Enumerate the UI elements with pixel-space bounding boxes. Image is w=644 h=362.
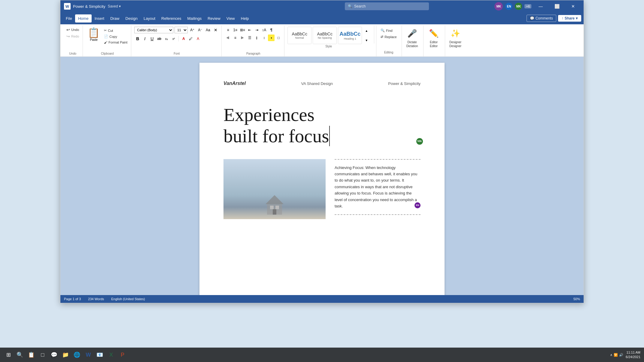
designer-button[interactable]: ✨ Designer Designer	[449, 27, 462, 48]
search-taskbar-button[interactable]: 🔍	[15, 350, 25, 360]
replace-button[interactable]: ⇄ Replace	[379, 34, 398, 39]
clock[interactable]: 11:11 AM 6/24/2021	[626, 350, 640, 360]
multilevel-button[interactable]: ⊞≡	[239, 27, 246, 33]
menu-file[interactable]: File	[63, 14, 75, 23]
redo-button[interactable]: ↪ Redo	[65, 33, 80, 39]
font-group-label: Font	[174, 51, 180, 56]
explorer-button[interactable]: 📁	[61, 350, 70, 360]
align-left-button[interactable]: ⫷	[225, 35, 231, 41]
paste-button[interactable]: 📋 Paste	[86, 27, 102, 43]
close-button[interactable]: ✕	[566, 0, 580, 12]
chevron-up-icon[interactable]: ∧	[610, 353, 612, 357]
menu-layout[interactable]: Layout	[141, 14, 158, 23]
document-area[interactable]: VanArstel VA Shared Design Power & Simpl…	[60, 57, 584, 295]
style-normal[interactable]: AaBbCc Normal	[287, 27, 311, 44]
menu-design[interactable]: Design	[123, 14, 141, 23]
menu-help[interactable]: Help	[238, 14, 252, 23]
menu-review[interactable]: Review	[205, 14, 223, 23]
style-scroll-up[interactable]: ▲	[363, 27, 370, 34]
undo-button[interactable]: ↩ Undo	[65, 27, 80, 33]
underline-button[interactable]: U	[149, 35, 155, 42]
doc-logo: VanArstel	[223, 81, 246, 86]
increase-font-button[interactable]: A⁺	[189, 27, 196, 33]
widgets-button[interactable]: □	[38, 350, 47, 360]
ribbon-group-editor: ✏️ Editor Editor	[423, 26, 444, 56]
cursor-user-indicator: MK	[416, 138, 423, 145]
strikethrough-button[interactable]: ab	[156, 35, 163, 42]
share-button[interactable]: ↑ Share ▾	[558, 15, 581, 22]
maximize-button[interactable]: ⬜	[550, 0, 564, 12]
bullets-button[interactable]: ≡	[225, 27, 231, 33]
cut-button[interactable]: ✂ Cut	[103, 28, 129, 33]
dictate-button[interactable]: 🎤 Dictate Dictation	[406, 27, 419, 48]
find-button[interactable]: 🔍 Find	[379, 28, 398, 33]
style-scroll-down[interactable]: ▼	[363, 37, 370, 44]
volume-icon[interactable]: 🔊	[619, 353, 623, 357]
decrease-font-button[interactable]: A⁻	[197, 27, 203, 33]
menu-mailings[interactable]: Mailings	[184, 14, 205, 23]
word-count: 234 Words	[88, 297, 104, 301]
shading-button[interactable]: ▪	[268, 35, 275, 41]
menu-draw[interactable]: Draw	[107, 14, 122, 23]
taskbar-right: ∧ 🛜 🔊 11:11 AM 6/24/2021	[610, 350, 640, 360]
start-button[interactable]: ⊞	[4, 350, 13, 360]
borders-button[interactable]: □	[275, 35, 282, 41]
doc-text-box[interactable]: Achieving Focus: When technology communi…	[335, 159, 421, 215]
title-bar-center: 🔍 Search	[279, 2, 495, 10]
excel-button[interactable]: X	[106, 350, 116, 360]
menu-insert[interactable]: Insert	[92, 14, 108, 23]
subscript-button[interactable]: x₂	[163, 35, 170, 42]
network-icon[interactable]: 🛜	[614, 353, 618, 357]
doc-name: Power & Simplicity	[73, 4, 105, 9]
superscript-button[interactable]: x²	[170, 35, 177, 42]
outlook-button[interactable]: 📧	[95, 350, 105, 360]
menu-references[interactable]: References	[158, 14, 184, 23]
increase-indent-button[interactable]: ⇥	[254, 27, 260, 33]
chat-button[interactable]: 💬	[49, 350, 59, 360]
task-view-button[interactable]: 📋	[26, 350, 36, 360]
title-bar: W Power & Simplicity Saved ▾ 🔍 Search MK…	[60, 0, 584, 12]
search-box[interactable]: 🔍 Search	[345, 2, 429, 10]
italic-button[interactable]: I	[141, 35, 148, 42]
minimize-button[interactable]: —	[534, 0, 548, 12]
paste-icon: 📋	[88, 28, 100, 38]
show-hide-button[interactable]: ¶	[268, 27, 275, 33]
comments-button[interactable]: 💬 Comments	[527, 15, 556, 22]
line-spacing-button[interactable]: ↕	[261, 35, 267, 41]
doc-image	[223, 159, 326, 219]
ribbon-content: ↩ Undo ↪ Redo Undo 📋 Paste	[60, 24, 584, 56]
ribbon-group-style: AaBbCc Normal AaBbCc No Spacing AaBbCc H…	[285, 26, 372, 56]
doc-heading[interactable]: Experiences built for focus MK	[223, 104, 421, 147]
font-color-button[interactable]: A	[180, 35, 187, 42]
align-right-button[interactable]: ⫸	[239, 35, 246, 41]
word-taskbar-button[interactable]: W	[84, 350, 93, 360]
edge-button[interactable]: 🌐	[72, 350, 82, 360]
clock-time: 11:11 AM	[626, 350, 640, 355]
taskbar-left: ⊞ 🔍 📋 □ 💬 📁 🌐 W 📧 X P	[4, 350, 127, 360]
highlight-button[interactable]: 🖊	[187, 35, 194, 42]
style-heading1[interactable]: AaBbCc Heading 1	[338, 27, 362, 44]
copy-button[interactable]: 📄 Copy	[103, 34, 129, 39]
numbering-button[interactable]: 1≡	[232, 27, 238, 33]
clear-format-button[interactable]: ✕	[212, 27, 219, 33]
sort-button[interactable]: ↕A	[261, 27, 267, 33]
decrease-indent-button[interactable]: ⇤	[246, 27, 253, 33]
clipboard-group-label: Clipboard	[101, 51, 114, 56]
align-center-button[interactable]: ≡	[232, 35, 238, 41]
bold-button[interactable]: B	[134, 35, 141, 42]
style-no-spacing[interactable]: AaBbCc No Spacing	[313, 27, 337, 44]
font-row-2: B I U ab x₂ x² A 🖊 A	[134, 35, 201, 42]
editor-button[interactable]: ✏️ Editor Editor	[427, 27, 440, 48]
font-family-select[interactable]: Calibri (Body)	[134, 27, 173, 33]
format-paint-button[interactable]: 🖌 Format Paint	[103, 40, 129, 45]
font-size-select[interactable]: 11	[175, 27, 188, 33]
powerpoint-button[interactable]: P	[118, 350, 127, 360]
text-color-button[interactable]: A	[195, 35, 201, 42]
columns-button[interactable]: ⫿	[254, 35, 260, 41]
doc-text-column: Achieving Focus: When technology communi…	[335, 159, 421, 219]
undo-icon: ↩	[66, 27, 70, 32]
justify-button[interactable]: ☰	[246, 35, 253, 41]
change-case-button[interactable]: Aa	[205, 27, 211, 33]
menu-view[interactable]: View	[223, 14, 238, 23]
menu-home[interactable]: Home	[75, 14, 92, 23]
